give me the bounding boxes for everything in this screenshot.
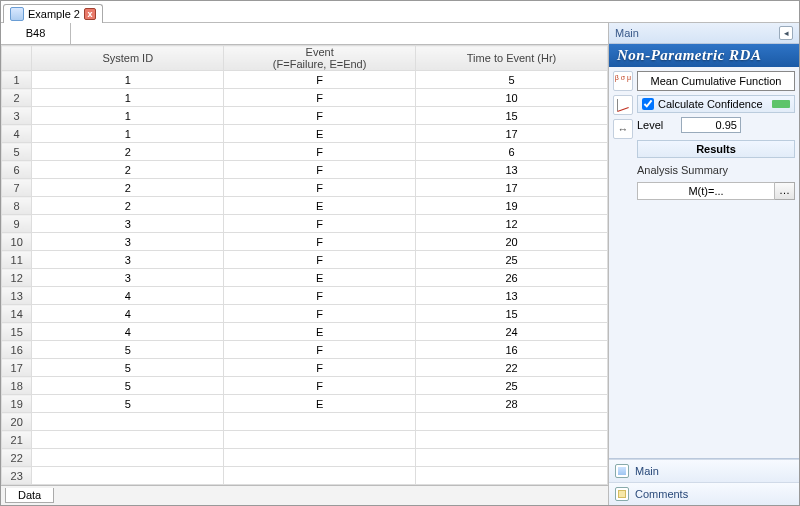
cell[interactable]: F bbox=[224, 143, 416, 161]
cell[interactable]: 15 bbox=[416, 107, 608, 125]
cell[interactable] bbox=[416, 485, 608, 486]
row-header[interactable]: 16 bbox=[2, 341, 32, 359]
cell[interactable]: 5 bbox=[32, 395, 224, 413]
row-header[interactable]: 9 bbox=[2, 215, 32, 233]
row-header[interactable]: 17 bbox=[2, 359, 32, 377]
cell[interactable]: F bbox=[224, 287, 416, 305]
cell[interactable] bbox=[32, 485, 224, 486]
cell[interactable]: F bbox=[224, 233, 416, 251]
cell[interactable]: 13 bbox=[416, 161, 608, 179]
row-header[interactable]: 1 bbox=[2, 71, 32, 89]
cell[interactable]: 1 bbox=[32, 125, 224, 143]
cell[interactable]: 3 bbox=[32, 215, 224, 233]
cell[interactable]: 17 bbox=[416, 125, 608, 143]
column-header[interactable]: System ID bbox=[32, 46, 224, 71]
cell[interactable]: 3 bbox=[32, 233, 224, 251]
cell[interactable] bbox=[416, 431, 608, 449]
cell[interactable]: F bbox=[224, 377, 416, 395]
cell[interactable]: F bbox=[224, 251, 416, 269]
row-header[interactable]: 10 bbox=[2, 233, 32, 251]
cell[interactable]: 2 bbox=[32, 161, 224, 179]
cell[interactable]: 28 bbox=[416, 395, 608, 413]
mcf-button[interactable]: Mean Cumulative Function bbox=[637, 71, 795, 91]
cell[interactable]: 5 bbox=[32, 341, 224, 359]
row-header[interactable]: 18 bbox=[2, 377, 32, 395]
cell[interactable] bbox=[32, 449, 224, 467]
spreadsheet-grid[interactable]: System ID Event (F=Failure, E=End) Time … bbox=[1, 45, 608, 485]
row-header[interactable]: 8 bbox=[2, 197, 32, 215]
cell[interactable]: E bbox=[224, 269, 416, 287]
cell[interactable]: F bbox=[224, 107, 416, 125]
cell[interactable]: F bbox=[224, 179, 416, 197]
cell[interactable] bbox=[224, 431, 416, 449]
cell[interactable]: F bbox=[224, 215, 416, 233]
cell[interactable]: 17 bbox=[416, 179, 608, 197]
cell[interactable]: 2 bbox=[32, 197, 224, 215]
cell[interactable]: F bbox=[224, 341, 416, 359]
row-header[interactable]: 12 bbox=[2, 269, 32, 287]
sheet-tab-data[interactable]: Data bbox=[5, 488, 54, 503]
cell[interactable]: 13 bbox=[416, 287, 608, 305]
cell[interactable] bbox=[32, 431, 224, 449]
cell[interactable] bbox=[224, 485, 416, 486]
cell[interactable]: F bbox=[224, 71, 416, 89]
row-header[interactable]: 3 bbox=[2, 107, 32, 125]
cell[interactable]: 4 bbox=[32, 287, 224, 305]
row-header[interactable]: 4 bbox=[2, 125, 32, 143]
cell[interactable]: 5 bbox=[416, 71, 608, 89]
cell[interactable]: 4 bbox=[32, 323, 224, 341]
collapse-icon[interactable]: ◂ bbox=[779, 26, 793, 40]
row-header[interactable]: 21 bbox=[2, 431, 32, 449]
row-header[interactable]: 24 bbox=[2, 485, 32, 486]
cell[interactable] bbox=[32, 413, 224, 431]
cell[interactable]: E bbox=[224, 395, 416, 413]
cell[interactable]: F bbox=[224, 305, 416, 323]
cell[interactable]: 3 bbox=[32, 269, 224, 287]
plot-icon[interactable] bbox=[613, 95, 633, 115]
row-header[interactable]: 11 bbox=[2, 251, 32, 269]
cell-reference-box[interactable]: B48 bbox=[1, 23, 71, 44]
ellipsis-button[interactable]: … bbox=[775, 182, 795, 200]
row-header[interactable]: 22 bbox=[2, 449, 32, 467]
cell[interactable]: E bbox=[224, 197, 416, 215]
accordion-comments[interactable]: Comments bbox=[609, 482, 799, 505]
row-header[interactable]: 19 bbox=[2, 395, 32, 413]
cell[interactable]: F bbox=[224, 359, 416, 377]
cell[interactable]: 10 bbox=[416, 89, 608, 107]
row-header[interactable]: 2 bbox=[2, 89, 32, 107]
row-header[interactable]: 15 bbox=[2, 323, 32, 341]
column-header[interactable]: Event (F=Failure, E=End) bbox=[224, 46, 416, 71]
cell[interactable]: 26 bbox=[416, 269, 608, 287]
cell[interactable]: 5 bbox=[32, 359, 224, 377]
cell[interactable] bbox=[224, 467, 416, 485]
cell[interactable] bbox=[416, 413, 608, 431]
row-header[interactable]: 5 bbox=[2, 143, 32, 161]
cell[interactable]: 25 bbox=[416, 377, 608, 395]
cell[interactable]: 25 bbox=[416, 251, 608, 269]
row-header[interactable]: 13 bbox=[2, 287, 32, 305]
cell[interactable]: 15 bbox=[416, 305, 608, 323]
cell[interactable]: 5 bbox=[32, 377, 224, 395]
cell[interactable]: 24 bbox=[416, 323, 608, 341]
cell[interactable]: 22 bbox=[416, 359, 608, 377]
cell[interactable]: E bbox=[224, 323, 416, 341]
cell[interactable]: 1 bbox=[32, 71, 224, 89]
cell[interactable] bbox=[224, 413, 416, 431]
accordion-main[interactable]: Main bbox=[609, 459, 799, 482]
cell[interactable]: 1 bbox=[32, 107, 224, 125]
cell[interactable]: 2 bbox=[32, 179, 224, 197]
cell[interactable] bbox=[32, 467, 224, 485]
cell[interactable]: 1 bbox=[32, 89, 224, 107]
close-icon[interactable]: x bbox=[84, 8, 96, 20]
row-header[interactable]: 23 bbox=[2, 467, 32, 485]
corner-cell[interactable] bbox=[2, 46, 32, 71]
cell[interactable]: E bbox=[224, 125, 416, 143]
row-header[interactable]: 20 bbox=[2, 413, 32, 431]
cell[interactable] bbox=[224, 449, 416, 467]
row-header[interactable]: 6 bbox=[2, 161, 32, 179]
autoscale-icon[interactable] bbox=[613, 119, 633, 139]
calculate-confidence-checkbox[interactable] bbox=[642, 98, 654, 110]
row-header[interactable]: 14 bbox=[2, 305, 32, 323]
cell[interactable]: F bbox=[224, 161, 416, 179]
cell[interactable]: F bbox=[224, 89, 416, 107]
